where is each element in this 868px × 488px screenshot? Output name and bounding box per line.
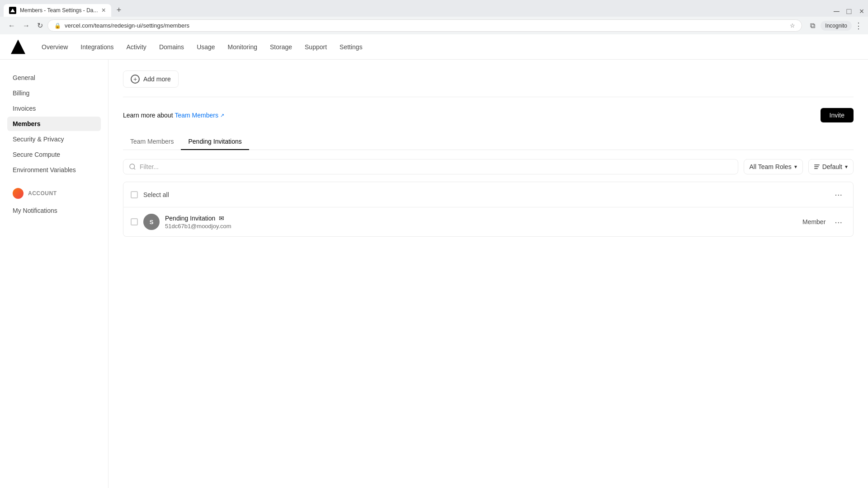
all-team-roles-dropdown[interactable]: All Team Roles ▾ [744,159,803,174]
sidebar-item-secure-compute[interactable]: Secure Compute [7,147,101,162]
svg-point-0 [130,164,135,169]
select-all-checkbox[interactable] [131,191,138,198]
member-more-button[interactable]: ··· [831,215,846,229]
browser-tab[interactable]: Members - Team Settings - Da... × [4,4,111,17]
invite-button[interactable]: Invite [821,108,854,122]
nav-item-monitoring[interactable]: Monitoring [222,40,263,54]
add-more-circle-icon: + [131,75,140,84]
sidebar-item-security-privacy[interactable]: Security & Privacy [7,132,101,146]
sidebar-item-billing[interactable]: Billing [7,86,101,100]
new-tab-button[interactable]: + [113,4,125,17]
forward-button[interactable]: → [20,20,33,32]
address-bar[interactable]: 🔒 vercel.com/teams/redesign-ui/settings/… [47,19,802,32]
app-nav: Overview Integrations Activity Domains U… [36,40,368,54]
select-all-more-button[interactable]: ··· [831,188,846,202]
sidebar-item-env-vars[interactable]: Environment Variables [7,163,101,177]
tab-team-members[interactable]: Team Members [123,133,181,150]
minimize-button[interactable]: ─ [834,7,839,12]
learn-more-prefix: Learn more about [123,112,175,119]
default-sort-label: Default [822,163,842,170]
sidebar-item-members[interactable]: Members [7,117,101,131]
default-sort-dropdown[interactable]: Default ▾ [808,159,854,174]
chevron-down-icon-sort: ▾ [845,164,848,170]
member-name-text: Pending Invitation [165,215,215,222]
mail-icon: ✉ [219,215,224,222]
nav-item-activity[interactable]: Activity [121,40,152,54]
tab-close-button[interactable]: × [102,7,106,14]
select-all-label: Select all [143,191,831,198]
main-layout: General Billing Invoices Members Securit… [0,60,868,488]
member-info: Pending Invitation ✉ 51dc67b1@moodjoy.co… [165,215,802,230]
tabs: Team Members Pending Invitations [123,133,854,150]
tab-favicon [9,7,16,14]
tab-pending-invitations[interactable]: Pending Invitations [181,133,249,150]
external-link-icon: ↗ [220,113,224,118]
app-logo[interactable] [11,40,25,54]
filter-search-container [123,159,738,174]
learn-more-text: Learn more about Team Members ↗ [123,112,224,119]
nav-item-support[interactable]: Support [299,40,332,54]
member-role: Member [802,218,826,225]
member-row: S Pending Invitation ✉ 51dc67b1@moodjoy.… [123,207,854,237]
team-members-link[interactable]: Team Members ↗ [175,112,224,119]
nav-item-settings[interactable]: Settings [334,40,368,54]
nav-item-usage[interactable]: Usage [191,40,220,54]
member-avatar: S [143,214,160,230]
filters-bar: All Team Roles ▾ Default ▾ [123,159,854,174]
nav-item-domains[interactable]: Domains [154,40,189,54]
member-name: Pending Invitation ✉ [165,215,802,222]
filter-input[interactable] [140,163,732,170]
chevron-down-icon: ▾ [794,164,797,170]
reload-button[interactable]: ↻ [34,19,46,32]
app-header: Overview Integrations Activity Domains U… [0,34,868,60]
nav-item-integrations[interactable]: Integrations [75,40,119,54]
all-team-roles-label: All Team Roles [750,163,792,170]
lock-icon: 🔒 [54,23,61,29]
nav-item-storage[interactable]: Storage [264,40,297,54]
sidebar: General Billing Invoices Members Securit… [0,60,108,488]
back-button[interactable]: ← [5,20,18,32]
incognito-button[interactable]: Incognito [821,21,852,31]
select-all-row: Select all ··· [123,182,854,207]
bookmark-icon: ☆ [790,22,795,29]
member-checkbox[interactable] [131,218,138,225]
search-icon [129,163,136,170]
tab-switcher-button[interactable]: ⧉ [807,20,818,32]
account-avatar [13,188,24,199]
learn-more-section: Learn more about Team Members ↗ Invite [123,108,854,122]
add-more-button[interactable]: + Add more [123,70,179,88]
add-more-label: Add more [143,75,171,83]
account-label: ACCOUNT [7,184,101,202]
sidebar-item-general[interactable]: General [7,70,101,85]
main-content: + Add more Learn more about Team Members… [108,60,868,488]
account-section-label: ACCOUNT [28,190,57,197]
team-members-link-text: Team Members [175,112,218,119]
member-email: 51dc67b1@moodjoy.com [165,223,802,230]
close-button[interactable]: × [859,7,864,12]
nav-item-overview[interactable]: Overview [36,40,73,54]
address-text: vercel.com/teams/redesign-ui/settings/me… [65,22,786,29]
sort-lines-icon [814,164,820,169]
account-section: ACCOUNT My Notifications [7,184,101,218]
sidebar-item-my-notifications[interactable]: My Notifications [7,203,101,218]
browser-menu-button[interactable]: ⋮ [854,21,863,31]
maximize-button[interactable]: □ [846,7,852,12]
add-more-section: + Add more [123,60,854,97]
tab-title: Members - Team Settings - Da... [20,7,98,14]
sidebar-item-invoices[interactable]: Invoices [7,101,101,116]
